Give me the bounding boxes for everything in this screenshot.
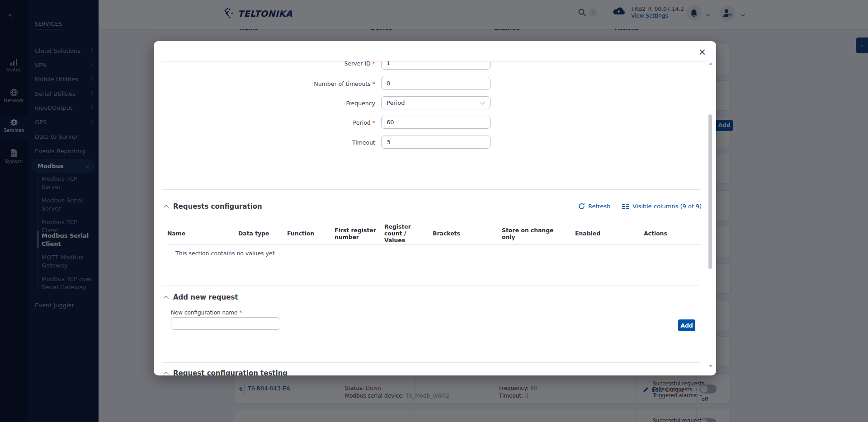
scrollbar-thumb[interactable]: [708, 114, 712, 269]
modal-scroll-area: Server ID* Number of timeouts* Frequency…: [162, 61, 708, 375]
columns-icon: [622, 204, 629, 209]
collapse-caret-icon: [164, 295, 169, 300]
col-brackets: Brackets: [433, 230, 502, 237]
visible-columns-button[interactable]: Visible columns (9 of 9): [622, 203, 702, 210]
col-function: Function: [287, 230, 335, 237]
col-first-register-number: First register number: [335, 227, 384, 240]
section-divider: [162, 362, 700, 363]
scroll-up-arrow-icon[interactable]: [709, 62, 712, 65]
chevron-down-icon: [481, 100, 485, 105]
number-of-timeouts-input[interactable]: [381, 77, 491, 90]
add-new-request-header[interactable]: Add new request: [165, 293, 238, 301]
frequency-select[interactable]: Period: [381, 96, 491, 109]
section-divider: [162, 189, 700, 190]
close-icon[interactable]: ×: [698, 47, 706, 57]
col-data-type: Data type: [238, 230, 287, 237]
server-id-input[interactable]: [381, 61, 491, 70]
add-request-button[interactable]: Add: [678, 319, 695, 331]
form-row-frequency: Frequency Period: [162, 96, 708, 110]
request-configuration-testing-header[interactable]: Request configuration testing: [165, 369, 288, 375]
form-row-server-id: Server ID*: [162, 61, 708, 70]
col-name: Name: [167, 230, 238, 237]
requests-table-header: Name Data type Function First register n…: [167, 222, 701, 245]
form-row-number-of-timeouts: Number of timeouts*: [162, 77, 708, 90]
new-configuration-name-label: New configuration name: [171, 309, 237, 316]
period-input[interactable]: [381, 116, 491, 129]
col-actions: Actions: [644, 230, 689, 237]
requests-configuration-header[interactable]: Requests configuration: [165, 202, 262, 211]
col-store-on-change-only: Store on change only: [502, 227, 575, 240]
timeout-input[interactable]: [381, 136, 491, 149]
form-row-timeout: Timeout: [162, 136, 708, 149]
scroll-down-arrow-icon[interactable]: [709, 365, 712, 367]
col-enabled: Enabled: [575, 230, 644, 237]
col-register-count-values: Register count / Values: [384, 223, 433, 244]
collapse-caret-icon: [164, 205, 169, 210]
collapse-caret-icon: [164, 371, 169, 375]
modbus-serial-client-modal: × Server ID* Number of timeouts* Frequen…: [154, 41, 716, 375]
form-row-period: Period*: [162, 116, 708, 129]
modal-scrollbar[interactable]: [708, 62, 712, 367]
refresh-button[interactable]: Refresh: [578, 203, 610, 210]
section-divider: [162, 286, 700, 286]
refresh-icon: [578, 203, 585, 210]
empty-table-note: This section contains no values yet: [175, 250, 275, 257]
new-configuration-name-input[interactable]: [171, 317, 280, 330]
